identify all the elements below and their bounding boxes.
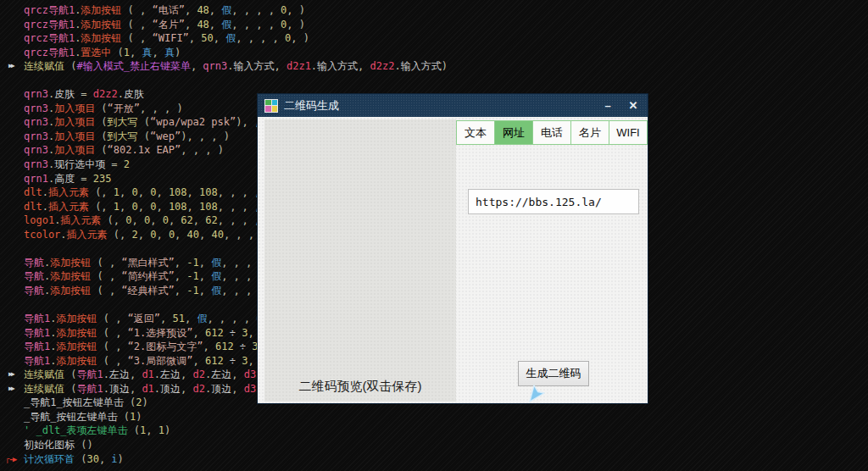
code-line: ' _dlt_表项左键单击 (1, 1)	[0, 424, 868, 438]
run-marker-icon: ▶▶	[8, 59, 14, 74]
tab-bar: 文本网址电话名片WIFI	[456, 120, 648, 145]
code-line: _导航_按钮左键单击 (1)	[0, 410, 868, 424]
preview-label: 二维码预览(双击保存)	[264, 379, 456, 395]
qr-app-icon	[264, 99, 278, 113]
code-line: qrcz导航1.添加按钮 ( , “电话”, 48, 假, , , , 0, )	[0, 3, 868, 18]
code-line: 初始化图标 ()	[0, 438, 868, 452]
tab-名片[interactable]: 名片	[570, 120, 609, 145]
minimize-button[interactable]: –	[595, 94, 620, 117]
dialog-body: 二维码预览(双击保存) 文本网址电话名片WIFI 生成二维码	[258, 117, 648, 403]
window-titlebar[interactable]: 二维码生成 – ✕	[258, 94, 648, 117]
loop-marker-icon: ┌-▶	[5, 452, 16, 467]
tab-电话[interactable]: 电话	[532, 120, 571, 145]
code-line: ┌-▶计次循环首 (30, i)	[0, 452, 868, 467]
qr-preview-panel[interactable]: 二维码预览(双击保存)	[264, 119, 456, 402]
url-input[interactable]	[468, 189, 639, 214]
code-line	[0, 74, 868, 88]
run-marker-icon: ▶▶	[8, 368, 14, 382]
generate-qr-button[interactable]: 生成二维码	[518, 361, 589, 386]
code-line: ▶▶连续赋值 (#输入模式_禁止右键菜单, qrn3.输入方式, d2z1.输入…	[0, 59, 868, 74]
code-line: qrcz导航1.置选中 (1, 真, 真)	[0, 46, 868, 60]
window-title: 二维码生成	[284, 98, 339, 114]
qr-generator-window: 二维码生成 – ✕ 二维码预览(双击保存) 文本网址电话名片WIFI 生成二维码	[257, 93, 648, 404]
code-line: qrcz导航1.添加按钮 ( , “WIFI”, 50, 假, , , , 0,…	[0, 31, 868, 46]
run-marker-icon: ▶▶	[8, 382, 14, 396]
code-line: qrcz导航1.添加按钮 ( , “名片”, 48, 假, , , , 0, )	[0, 18, 868, 32]
tab-网址[interactable]: 网址	[494, 120, 533, 145]
close-button[interactable]: ✕	[620, 94, 646, 117]
tab-WIFI[interactable]: WIFI	[609, 120, 648, 145]
tab-文本[interactable]: 文本	[456, 120, 495, 145]
